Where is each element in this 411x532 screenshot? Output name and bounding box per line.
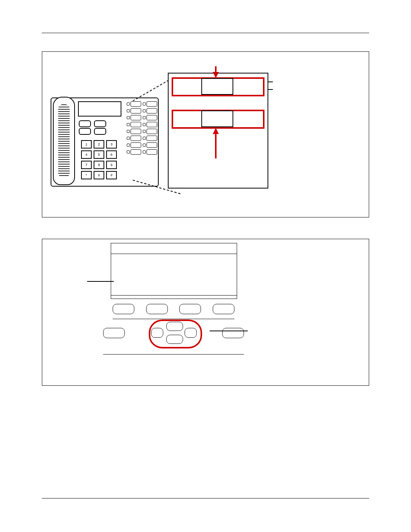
nav-down-button-icon xyxy=(166,335,183,344)
direction-pad-icon xyxy=(141,321,206,345)
phone-display-icon xyxy=(78,101,121,117)
display-dn-line xyxy=(111,254,237,264)
nav-up-button-icon xyxy=(166,322,183,331)
softkey-cmd2 xyxy=(174,296,206,298)
figure8-caption xyxy=(42,42,369,48)
red-arrow-up-icon xyxy=(213,128,219,134)
red-arrow-stem xyxy=(215,134,217,158)
handset-icon xyxy=(53,97,75,185)
display-prompt-line xyxy=(111,275,237,285)
ip-phone-display xyxy=(111,243,237,299)
figure9 xyxy=(42,239,369,386)
softkey-button-icon xyxy=(213,304,234,314)
display-softkey-row xyxy=(111,295,237,298)
nav-left-button-icon xyxy=(151,328,163,338)
keypad-icon: 123 456 789 *0# xyxy=(81,140,118,179)
red-arrow-down-icon xyxy=(213,72,219,78)
nav-right-button-icon xyxy=(185,328,197,338)
figure8: 123 456 789 *0# xyxy=(42,51,369,217)
softkey-button-icon xyxy=(179,304,201,314)
aux-button-left-icon xyxy=(103,328,125,338)
softkey-button-icon xyxy=(113,304,134,314)
phone-7316e-icon: 123 456 789 *0# xyxy=(51,97,159,187)
footer-docnum xyxy=(42,498,369,502)
speaker-row-icon xyxy=(79,128,120,135)
softkey-feature xyxy=(111,296,143,298)
softkey-button-icon xyxy=(146,304,168,314)
display-company-line xyxy=(111,264,237,275)
figure9-caption xyxy=(42,229,369,236)
softkey-cmd3 xyxy=(206,296,237,298)
callout-line xyxy=(210,331,248,331)
speaker-row-icon xyxy=(79,120,120,127)
softkey-cmd1 xyxy=(143,296,174,298)
running-header xyxy=(42,23,369,33)
overlay-display-window xyxy=(201,78,233,95)
softkey-buttons xyxy=(113,304,234,319)
aux-button-right-icon xyxy=(222,328,244,338)
display-nav-icons xyxy=(111,285,237,295)
feature-keys-icon xyxy=(127,101,156,155)
nav-button-cluster xyxy=(103,321,244,355)
overlay-display-window xyxy=(201,110,233,127)
callout-line xyxy=(87,281,114,282)
